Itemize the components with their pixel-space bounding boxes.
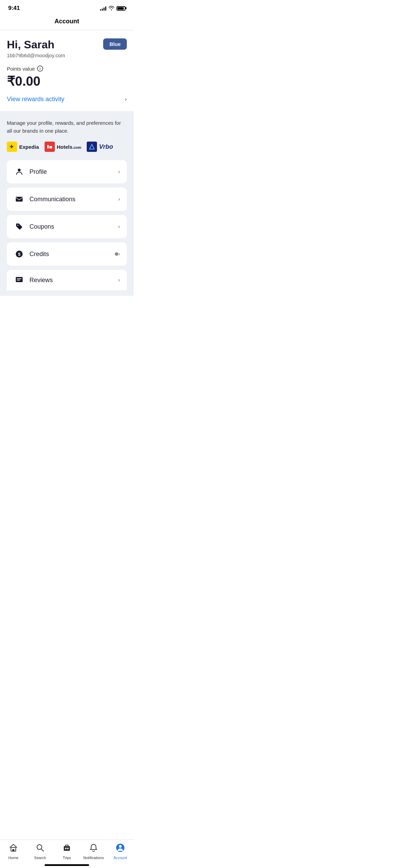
menu-list: Profile › Communications › [7,160,127,290]
signal-icon [100,6,106,11]
vrbo-brand: Vrbo [87,142,113,152]
status-icons [100,5,125,11]
credits-label: Credits [29,251,112,258]
profile-menu-item[interactable]: Profile › [7,160,127,183]
profile-chevron-icon: › [118,169,120,175]
credits-badge [115,252,118,256]
vrbo-name: Vrbo [99,143,113,150]
dollar-circle-icon: $ [14,249,25,260]
coupons-menu-item[interactable]: Coupons › [7,215,127,238]
points-section: Points value i ₹0.00 [7,65,127,89]
vrbo-logo [87,142,97,152]
tag-icon [14,221,25,232]
svg-text:$: $ [18,252,21,257]
brands-row: ✈ Expedia Hotels.com [7,142,127,152]
communications-chevron-icon: › [118,196,120,202]
credits-menu-item[interactable]: $ Credits › [7,242,127,266]
user-section: Hi, Sarah 1bb79b6d@moodjoy.com Blue Poin… [0,30,134,111]
svg-point-6 [17,225,19,226]
page-header: Account [0,14,134,30]
user-top-row: Hi, Sarah 1bb79b6d@moodjoy.com Blue [7,38,127,59]
svg-text:✈: ✈ [10,144,14,149]
svg-rect-5 [16,197,23,202]
communications-label: Communications [29,196,118,203]
page-title: Account [54,18,79,25]
user-greeting: Hi, Sarah [7,38,65,51]
tier-badge[interactable]: Blue [103,38,127,50]
hotels-brand: Hotels.com [45,142,82,152]
hotels-name: Hotels.com [57,144,82,150]
rewards-link[interactable]: View rewards activity [7,96,64,103]
brands-description: Manage your profile, rewards, and prefer… [7,119,127,135]
profile-label: Profile [29,168,118,176]
user-info: Hi, Sarah 1bb79b6d@moodjoy.com [7,38,65,59]
svg-rect-11 [17,280,20,280]
communications-menu-item[interactable]: Communications › [7,188,127,211]
hotels-logo [45,142,55,152]
chevron-right-icon: › [125,96,127,103]
expedia-brand: ✈ Expedia [7,142,39,152]
svg-rect-9 [16,277,23,282]
gray-section: Manage your profile, rewards, and prefer… [0,111,134,296]
svg-point-4 [18,169,21,171]
points-label-text: Points value [7,66,35,72]
points-value: ₹0.00 [7,74,127,89]
status-bar: 9:41 [0,0,134,14]
svg-rect-2 [49,146,52,148]
coupons-chevron-icon: › [118,224,120,230]
mail-icon [14,194,25,205]
info-icon[interactable]: i [37,65,43,72]
status-time: 9:41 [8,5,20,12]
reviews-menu-item[interactable]: Reviews › [7,270,127,290]
expedia-logo: ✈ [7,142,17,152]
reviews-chevron-icon: › [118,277,120,283]
credits-chevron-icon: › [118,251,120,257]
user-email: 1bb79b6d@moodjoy.com [7,52,65,58]
coupons-label: Coupons [29,223,118,230]
reviews-label: Reviews [29,277,118,284]
svg-rect-1 [47,145,49,148]
svg-rect-10 [17,278,22,279]
person-icon [14,166,25,177]
reviews-icon [14,275,25,286]
battery-icon [117,6,125,11]
wifi-icon [108,5,114,11]
svg-marker-3 [89,144,94,149]
rewards-link-row[interactable]: View rewards activity › [7,96,127,104]
expedia-name: Expedia [19,144,39,150]
points-label-row: Points value i [7,65,127,72]
